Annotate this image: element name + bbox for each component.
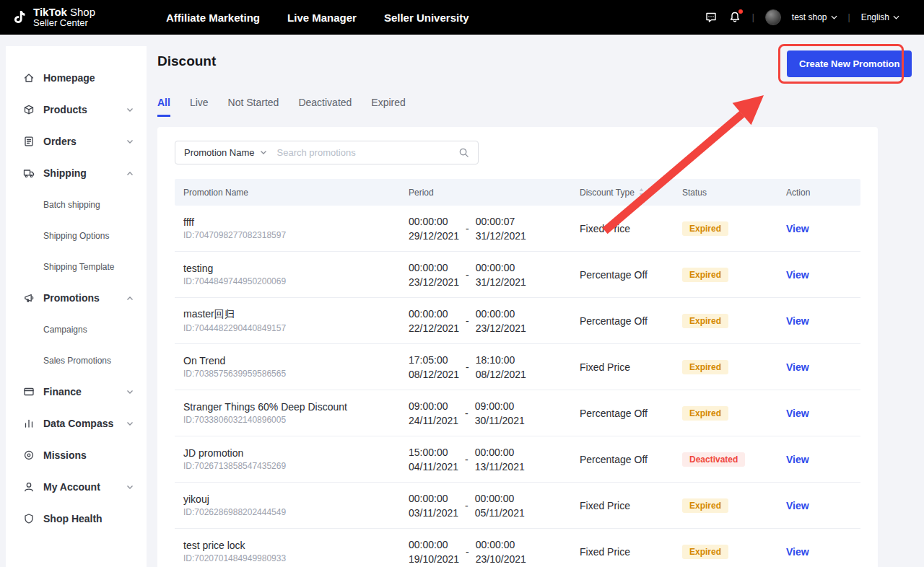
avatar[interactable] [765,9,781,25]
tab-all[interactable]: All [157,97,170,117]
sidebar-subitem-sales-promotions[interactable]: Sales Promotions [6,345,147,376]
tab-expired[interactable]: Expired [371,97,405,117]
end-date: 23/12/2021 [476,321,526,335]
promotion-name: master回归 [183,308,400,321]
status-cell: Expired [674,360,777,374]
period-end: 18:10:00 08/12/2021 [476,353,526,382]
sidebar-subitem-shipping-options[interactable]: Shipping Options [6,220,147,251]
view-link[interactable]: View [786,315,809,327]
column-header-status: Status [674,188,777,198]
view-link[interactable]: View [786,223,809,234]
promotion-name: yikouj [183,493,400,505]
status-badge: Deactivated [682,452,745,467]
period-separator: - [465,454,468,465]
chevron-down-icon [126,485,134,490]
sidebar-item-label: Data Compass [43,418,113,429]
status-badge: Expired [682,314,728,328]
sidebar-item-homepage[interactable]: Homepage [6,62,147,94]
sidebar-item-data-compass[interactable]: Data Compass [6,408,147,439]
tiktok-icon [10,9,27,26]
sidebar-item-products[interactable]: Products [6,94,147,126]
promotion-name: test price lock [183,540,400,551]
discount-type-cell: Percentage Off [571,315,674,327]
tab-live[interactable]: Live [190,97,209,117]
start-time: 09:00:00 [409,399,458,413]
notifications-button[interactable] [728,11,741,24]
home-icon [23,72,35,84]
sidebar-item-shipping[interactable]: Shipping [6,157,147,189]
period-separator: - [466,223,469,234]
tab-deactivated[interactable]: Deactivated [298,97,352,117]
top-nav-live-manager[interactable]: Live Manager [287,12,357,24]
sidebar-subitem-shipping-template[interactable]: Shipping Template [6,251,147,282]
search-filter-label: Promotion Name [184,147,255,158]
top-nav-seller-university[interactable]: Seller University [384,12,469,24]
shop-menu[interactable]: test shop [792,12,837,22]
sidebar-item-label: Homepage [43,72,95,84]
end-date: 23/10/2021 [476,552,526,566]
sidebar-item-promotions[interactable]: Promotions [6,282,147,314]
sidebar-subitem-campaigns[interactable]: Campaigns [6,314,147,345]
end-date: 08/12/2021 [476,367,526,382]
discount-type-cell: Fixed Price [571,546,674,558]
column-header-label: Action [786,188,810,198]
start-date: 22/12/2021 [409,321,459,335]
end-date: 05/11/2021 [475,506,525,520]
divider: | [752,12,754,22]
top-nav: Affiliate MarketingLive ManagerSeller Un… [166,12,468,24]
view-link[interactable]: View [786,269,809,281]
promotion-name: testing [183,263,400,274]
promotion-id: ID:7044482290440849157 [183,323,400,333]
view-link[interactable]: View [786,546,809,558]
period-end: 09:00:00 30/11/2021 [475,399,525,428]
sidebar-item-finance[interactable]: Finance [6,376,147,408]
discount-type-cell: Fixed Price [571,500,674,511]
sidebar-item-orders[interactable]: Orders [6,126,147,157]
sort-icon[interactable] [638,188,645,197]
chevron-down-icon [260,150,267,155]
status-cell: Expired [674,221,777,236]
discount-type-cell: Fixed Price [571,361,674,373]
message-icon[interactable] [705,11,718,24]
discount-type-cell: Fixed Price [571,223,674,234]
end-time: 00:00:00 [476,307,526,321]
period-cell: 00:00:00 19/10/2021 - 00:00:00 23/10/202… [400,537,571,566]
promotion-id: ID:7033806032140896005 [183,415,400,425]
topbar: TikTokShop Seller Center Affiliate Marke… [0,0,924,35]
chevron-up-icon [126,296,134,301]
promotion-name-cell: JD promotion ID:7026713858547435269 [175,447,400,471]
column-header-discount-type[interactable]: Discount Type [571,188,674,198]
start-date: 08/12/2021 [409,367,459,382]
search-icon[interactable] [458,147,469,158]
search-filter-dropdown[interactable]: Promotion Name [184,147,267,158]
sidebar-item-missions[interactable]: Missions [6,439,147,471]
sidebar-item-shop-health[interactable]: Shop Health [6,503,147,535]
view-link[interactable]: View [786,500,809,511]
end-date: 31/12/2021 [476,229,526,243]
promotion-name-cell: master回归 ID:7044482290440849157 [175,308,400,333]
tab-not-started[interactable]: Not Started [228,97,279,117]
sidebar-item-my-account[interactable]: My Account [6,471,147,503]
discount-type-cell: Percentage Off [571,408,674,419]
person-icon [23,481,35,493]
period-cell: 15:00:00 04/11/2021 - 00:00:00 13/11/202… [400,445,571,474]
chevron-down-icon [126,107,134,113]
table-row: Stranger Things 60% Deep Discount ID:703… [175,390,860,436]
view-link[interactable]: View [786,454,809,465]
create-new-promotion-button[interactable]: Create New Promotion [787,50,912,77]
view-link[interactable]: View [786,408,809,419]
main-content: Discount Create New Promotion AllLiveNot… [147,35,924,567]
start-date: 04/11/2021 [409,460,458,474]
orders-icon [23,136,35,147]
end-date: 30/11/2021 [475,413,525,428]
search-input[interactable] [277,147,458,158]
table-row: testing ID:7044849744950200069 00:00:00 … [175,252,860,298]
top-nav-affiliate-marketing[interactable]: Affiliate Marketing [166,12,260,24]
divider: | [848,12,850,22]
discount-type-cell: Percentage Off [571,269,674,281]
sidebar-subitem-batch-shipping[interactable]: Batch shipping [6,189,147,220]
tiktok-logo[interactable]: TikTokShop Seller Center [10,6,95,29]
action-cell: View [777,315,860,328]
language-menu[interactable]: English [861,12,899,22]
view-link[interactable]: View [786,361,809,373]
